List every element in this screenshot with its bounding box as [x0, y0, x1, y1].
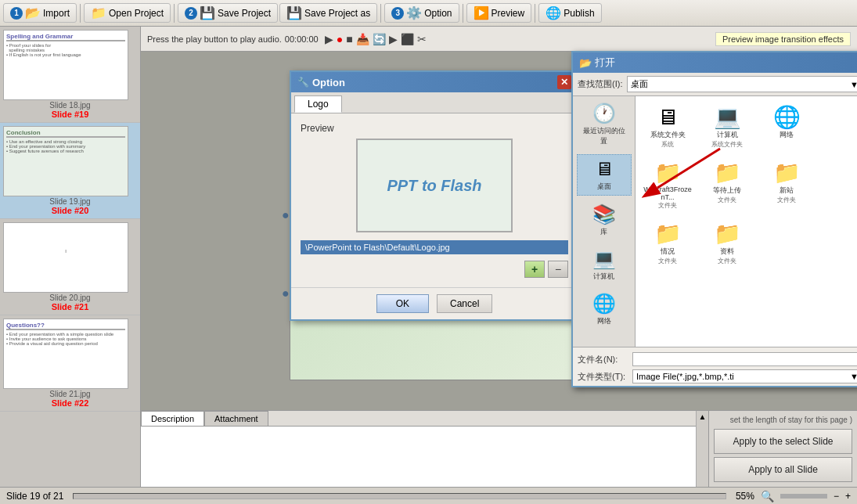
option-close-button[interactable]: ✕ [557, 75, 571, 89]
record-button[interactable]: ● [337, 33, 343, 45]
net-name: 网络 [780, 130, 794, 140]
save-as-button[interactable]: 💾 Save Project as [279, 3, 377, 23]
file-location-bar: 查找范围(I): 桌面 ▼ [573, 73, 857, 96]
comp-icon: 💻 [714, 104, 741, 130]
option-action-bar: OK Cancel [291, 287, 578, 319]
filetype-value: Image File(*.jpg,*.bmp,*.ti [636, 372, 734, 381]
zoom-out-button[interactable]: − [834, 491, 839, 502]
option-tab-logo[interactable]: Logo [294, 95, 342, 113]
remove-logo-button[interactable]: − [548, 261, 568, 278]
filename-row: 文件名(N): [578, 352, 857, 366]
step3-badge: 3 [391, 7, 404, 20]
slide-item[interactable]: Conclusion • Use an effective and strong… [0, 123, 140, 219]
nav-computer[interactable]: 💻 计算机 [577, 245, 632, 285]
open-project-button[interactable]: 📁 Open Project [84, 3, 171, 23]
play-button[interactable]: ▶ [325, 33, 333, 45]
refresh-button[interactable]: 🔄 [373, 33, 386, 45]
nav-library[interactable]: 📚 库 [577, 200, 632, 240]
file-content-area: 🖥 系统文件夹 系统 💻 计算机 系统文件夹 🌐 网络 📁 Warcraft3F… [636, 96, 857, 347]
tab-attachment[interactable]: Attachment [204, 411, 268, 426]
bullet-icon-r2: ● [282, 286, 290, 301]
file-dialog-title: 📂 打开 [573, 52, 857, 73]
file-item-ziliao[interactable]: 📁 资料 文件夹 [700, 218, 754, 268]
file-dialog-icon: 📂 [579, 57, 592, 69]
file-nav-panel: 🕐 最近访问的位置 🖥 桌面 📚 库 💻 计算机 🌐 网络 [573, 96, 636, 347]
ziliao-sub: 文件夹 [718, 257, 736, 265]
tab-description[interactable]: Description [141, 411, 204, 426]
nav-recent[interactable]: 🕐 最近访问的位置 [577, 99, 632, 149]
newsite-icon: 📁 [773, 160, 801, 185]
slide-number: Slide #20 [3, 206, 137, 215]
desc-tab-bar: Description Attachment [141, 411, 696, 427]
file-item-network[interactable]: 🌐 网络 [759, 101, 814, 152]
slide-thumbnail: Questions?? • End your presentation with… [3, 319, 128, 389]
import-audio-button[interactable]: 📥 [356, 33, 369, 45]
filetype-dropdown-arrow: ▼ [850, 372, 857, 381]
step2-badge: 2 [185, 7, 197, 20]
newsite-name: 新站 [780, 185, 794, 196]
sep1 [80, 4, 81, 23]
file-item-computer[interactable]: 💻 计算机 系统文件夹 [700, 101, 754, 152]
apply-all-slide-button[interactable]: Apply to all Slide [714, 457, 852, 482]
save-icon: 💾 [200, 5, 215, 20]
filetype-row: 文件类型(T): Image File(*.jpg,*.bmp,*.ti ▼ [578, 369, 857, 383]
file-location-select[interactable]: 桌面 ▼ [627, 76, 857, 92]
nav-desktop[interactable]: 🖥 桌面 [577, 154, 632, 196]
option-controls: + − [301, 261, 568, 278]
option-ok-button[interactable]: OK [376, 294, 429, 313]
stop2-button[interactable]: ⬛ [401, 33, 414, 45]
upload-name: 等待上传 [713, 185, 741, 196]
file-item-warcraft[interactable]: 📁 Warcraft3FrozenT... 文件夹 [640, 157, 695, 213]
play2-button[interactable]: ▶ [389, 33, 398, 45]
file-item-qingkuang[interactable]: 📁 情况 文件夹 [640, 218, 695, 268]
audio-time-display: 00:00:00 [285, 34, 319, 44]
scroll-up-arrow[interactable]: ▲ [699, 412, 707, 421]
scissors-button[interactable]: ✂ [417, 33, 427, 45]
newsite-sub: 文件夹 [777, 196, 796, 204]
bullet-icon-r: ● [282, 208, 290, 222]
qingkuang-name: 情况 [661, 247, 675, 257]
step1-badge: 1 [10, 7, 23, 20]
save-project-button[interactable]: 2 💾 Save Project [178, 3, 278, 23]
filename-input[interactable] [632, 352, 857, 366]
preview-button[interactable]: ▶️ Preview [466, 3, 532, 23]
preview-label: Preview [492, 8, 525, 19]
option-title-text: Option [312, 77, 345, 88]
option-cancel-button[interactable]: Cancel [437, 294, 492, 313]
upload-sub: 文件夹 [718, 196, 736, 204]
option-preview-label: Preview [301, 123, 568, 134]
option-tab-bar: Logo [291, 92, 578, 113]
slide-thumbnail: Spelling and Grammar • Proof your slides… [3, 30, 128, 100]
publish-button[interactable]: 🌐 Publish [538, 3, 601, 23]
nav-network[interactable]: 🌐 网络 [577, 290, 632, 329]
file-item-newsite[interactable]: 📁 新站 文件夹 [759, 157, 814, 213]
fit-button[interactable]: + [845, 491, 851, 502]
import-button[interactable]: 1 📂 Import [3, 3, 77, 23]
file-item-upload[interactable]: 📁 等待上传 文件夹 [700, 157, 754, 213]
zoom-in-button[interactable]: 🔍 [761, 490, 774, 502]
location-dropdown-arrow: ▼ [850, 80, 857, 89]
file-dialog-title-text: 打开 [595, 56, 615, 70]
slide-item[interactable]: I Slide 20.jpg Slide #21 [0, 219, 140, 315]
filetype-select[interactable]: Image File(*.jpg,*.bmp,*.ti ▼ [632, 369, 857, 383]
file-item-sysfiles[interactable]: 🖥 系统文件夹 系统 [640, 101, 695, 152]
slide-item[interactable]: Questions?? • End your presentation with… [0, 315, 140, 412]
computer-label: 计算机 [593, 272, 614, 282]
slide-panel: Spelling and Grammar • Proof your slides… [0, 27, 141, 504]
slide-item[interactable]: Spelling and Grammar • Proof your slides… [0, 27, 140, 123]
file-location-value: 桌面 [631, 78, 648, 90]
toolbar: 1 📂 Import 📁 Open Project 2 💾 Save Proje… [0, 0, 857, 27]
option-button[interactable]: 3 ⚙️ Option [384, 3, 459, 23]
preview-ppt-text: PPT to Flash [387, 177, 481, 195]
qingkuang-sub: 文件夹 [658, 257, 677, 265]
upload-icon: 📁 [714, 160, 741, 185]
desktop-icon: 🖥 [595, 158, 614, 180]
zoom-level-text: 55% [736, 491, 754, 502]
stop-button[interactable]: ■ [346, 33, 352, 45]
warcraft-sub: 文件夹 [658, 201, 677, 210]
option-dialog-title: 🔧 Option ✕ [291, 72, 578, 92]
apply-select-slide-button[interactable]: Apply to the select Slide [714, 429, 852, 454]
import-icon: 📂 [25, 5, 41, 20]
option-title-icon: 🔧 [297, 77, 309, 88]
add-logo-button[interactable]: + [524, 261, 545, 278]
